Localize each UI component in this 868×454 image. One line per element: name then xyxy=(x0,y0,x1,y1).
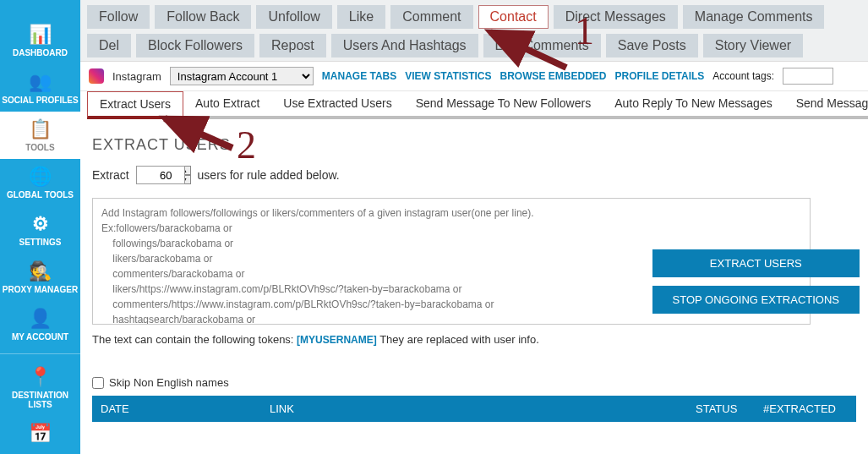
token-myusername: [MYUSERNAME] xyxy=(297,334,377,346)
skip-non-english-checkbox[interactable] xyxy=(92,377,104,389)
tab-like[interactable]: Like xyxy=(337,5,385,29)
col-date: DATE xyxy=(92,396,261,422)
tab-direct-messages[interactable]: Direct Messages xyxy=(554,5,678,29)
sidebar-item-tools[interactable]: 📋 TOOLS xyxy=(0,112,80,159)
main: Follow Follow Back Unfollow Like Comment… xyxy=(80,0,868,454)
col-link: LINK xyxy=(261,396,687,422)
platform-label: Instagram xyxy=(112,70,161,83)
sidebar-item-social-profiles[interactable]: 👥 SOCIAL PROFILES xyxy=(0,64,80,112)
sidebar-item-my-account[interactable]: 👤 MY ACCOUNT xyxy=(0,301,80,348)
sidebar-label: MY ACCOUNT xyxy=(12,332,68,342)
extract-label: Extract xyxy=(92,168,129,182)
subtab-send-new-followers[interactable]: Send Message To New Followers xyxy=(404,91,603,119)
profile-details-link[interactable]: PROFILE DETAILS xyxy=(615,70,705,82)
stop-extractions-button[interactable]: STOP ONGOING EXTRACTIONS xyxy=(652,286,860,314)
section-title: EXTRACT USERS xyxy=(92,136,856,154)
sidebar-divider xyxy=(0,353,80,354)
manage-tabs-link[interactable]: MANAGE TABS xyxy=(322,70,396,82)
destination-icon: 📍 xyxy=(29,366,52,388)
account-select[interactable]: Instagram Account 1 xyxy=(170,67,314,85)
tab-story-viewer[interactable]: Story Viewer xyxy=(703,34,803,57)
tab-contact[interactable]: Contact xyxy=(478,5,549,29)
extract-count-input[interactable] xyxy=(136,166,185,184)
sidebar-item-settings[interactable]: ⚙ SETTINGS xyxy=(0,206,80,254)
tab-unfollow[interactable]: Unfollow xyxy=(256,5,331,29)
sidebar-label: PROXY MANAGER xyxy=(3,285,78,294)
tab-manage-comments[interactable]: Manage Comments xyxy=(683,5,825,29)
global-tools-icon: 🌐 xyxy=(29,166,52,188)
tab-users-hashtags[interactable]: Users And Hashtags xyxy=(331,34,478,57)
calendar-icon: 📅 xyxy=(29,423,52,445)
subtab-auto-extract[interactable]: Auto Extract xyxy=(183,91,271,119)
token-prefix: The text can contain the following token… xyxy=(92,333,297,346)
sidebar-item-proxy-manager[interactable]: 🕵 PROXY MANAGER xyxy=(0,254,80,301)
sidebar-item-calendar[interactable]: 📅 xyxy=(0,416,80,454)
extract-row: Extract ▲ ▼ users for rule added below. xyxy=(92,166,856,184)
tab-follow[interactable]: Follow xyxy=(87,5,150,29)
sidebar-item-dashboard[interactable]: 📊 DASHBOARD xyxy=(0,17,80,64)
tab-delete[interactable]: Del xyxy=(87,34,131,57)
tab-save-posts[interactable]: Save Posts xyxy=(606,34,698,57)
top-tab-strip: Follow Follow Back Unfollow Like Comment… xyxy=(80,0,868,62)
subtab-extract-users[interactable]: Extract Users xyxy=(87,91,183,119)
tab-comment[interactable]: Comment xyxy=(390,5,472,29)
sidebar-label: SOCIAL PROFILES xyxy=(2,96,78,105)
instagram-icon xyxy=(89,68,104,84)
skip-non-english-label: Skip Non English names xyxy=(109,376,229,389)
view-statistics-link[interactable]: VIEW STATISTICS xyxy=(405,70,491,82)
token-info: The text can contain the following token… xyxy=(92,333,856,346)
browse-embedded-link[interactable]: BROWSE EMBEDDED xyxy=(500,70,607,82)
col-extracted: #EXTRACTED xyxy=(755,396,856,422)
proxy-icon: 🕵 xyxy=(29,260,52,282)
account-tags-input[interactable] xyxy=(783,68,833,85)
sub-tab-strip: Extract Users Auto Extract Use Extracted… xyxy=(80,91,868,123)
account-bar: Instagram Instagram Account 1 MANAGE TAB… xyxy=(80,62,868,91)
tab-like-comments[interactable]: Like Comments xyxy=(483,34,601,57)
tab-block-followers[interactable]: Block Followers xyxy=(136,34,254,57)
token-suffix: They are replaced with user info. xyxy=(379,333,539,346)
account-tags-label: Account tags: xyxy=(712,70,774,82)
subtab-send-messages[interactable]: Send Messages xyxy=(784,91,868,119)
tab-repost[interactable]: Repost xyxy=(259,34,326,57)
tools-icon: 📋 xyxy=(29,118,52,140)
social-profiles-icon: 👥 xyxy=(29,71,52,93)
sidebar-label: SETTINGS xyxy=(19,238,61,247)
sidebar-label: TOOLS xyxy=(25,143,54,152)
col-status: STATUS xyxy=(687,396,755,422)
subtab-auto-reply[interactable]: Auto Reply To New Messages xyxy=(603,91,784,119)
sidebar: 📊 DASHBOARD 👥 SOCIAL PROFILES 📋 TOOLS 🌐 … xyxy=(0,0,80,454)
settings-icon: ⚙ xyxy=(32,213,49,235)
tab-follow-back[interactable]: Follow Back xyxy=(155,5,251,29)
dashboard-icon: 📊 xyxy=(29,24,52,46)
extract-users-button[interactable]: EXTRACT USERS xyxy=(652,249,860,277)
account-icon: 👤 xyxy=(29,308,52,330)
sidebar-item-destination-lists[interactable]: 📍 DESTINATION LISTS xyxy=(0,359,80,416)
sidebar-item-global-tools[interactable]: 🌐 GLOBAL TOOLS xyxy=(0,159,80,206)
results-table: DATE LINK STATUS #EXTRACTED xyxy=(92,396,856,422)
sidebar-label: GLOBAL TOOLS xyxy=(7,190,74,200)
subtab-use-extracted[interactable]: Use Extracted Users xyxy=(271,91,403,119)
extract-suffix: users for rule added below. xyxy=(198,168,340,182)
content: EXTRACT USERS Extract ▲ ▼ users for rule… xyxy=(80,123,868,454)
sidebar-label: DESTINATION LISTS xyxy=(0,391,80,409)
sidebar-label: DASHBOARD xyxy=(13,48,68,57)
